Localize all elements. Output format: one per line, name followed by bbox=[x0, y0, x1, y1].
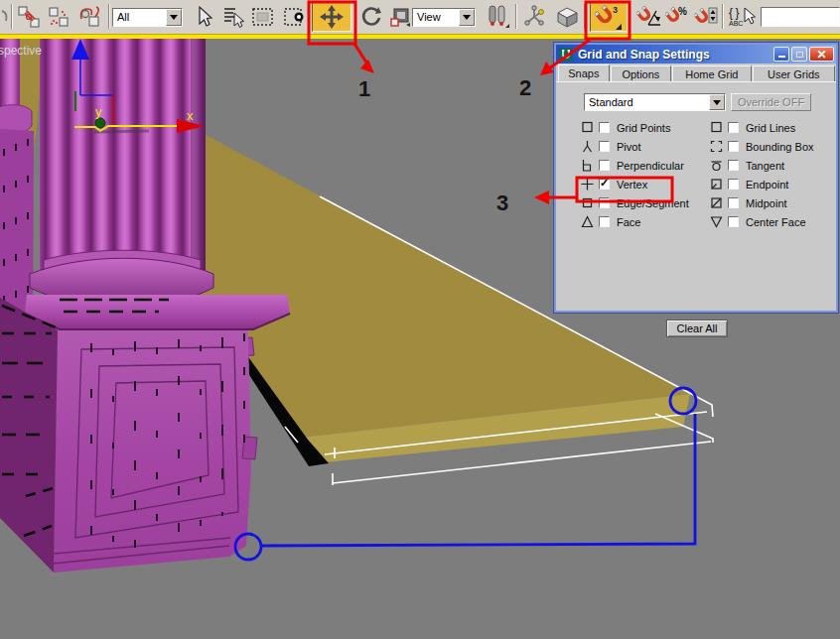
select-and-link-button[interactable] bbox=[15, 3, 42, 31]
tangent-checkbox[interactable] bbox=[728, 160, 739, 171]
chevron-down-icon bbox=[463, 15, 471, 20]
snap-options-right-column: Grid Lines Bounding Box Tangent Endpoint bbox=[709, 118, 814, 231]
clear-all-button[interactable]: Clear All bbox=[666, 320, 728, 337]
angle-snap-toggle-button[interactable] bbox=[635, 3, 663, 31]
center-face-checkbox[interactable] bbox=[728, 216, 739, 227]
dialog-tab-strip: Snaps Options Home Grid User Grids bbox=[556, 64, 836, 81]
tangent-icon bbox=[709, 159, 724, 172]
select-and-rotate-button[interactable] bbox=[357, 3, 384, 31]
window-crossing-toggle-button[interactable] bbox=[280, 3, 308, 31]
snap-option-label: Grid Lines bbox=[746, 122, 795, 134]
select-object-button[interactable] bbox=[192, 3, 216, 31]
spinner-snap-toggle-button[interactable] bbox=[693, 3, 720, 31]
snap-option-label: Face bbox=[617, 216, 640, 228]
space-warp-icon bbox=[77, 5, 103, 29]
maximize-button[interactable] bbox=[791, 47, 807, 62]
svg-text:%: % bbox=[678, 6, 687, 17]
link-chain-icon bbox=[17, 5, 41, 29]
face-icon bbox=[580, 215, 595, 228]
snap-row-perpendicular: Perpendicular bbox=[580, 156, 689, 175]
edge-segment-checkbox[interactable] bbox=[599, 197, 610, 208]
named-selection-sets-button[interactable]: { } ABC bbox=[726, 3, 758, 31]
snap-preset-value: Standard bbox=[585, 94, 709, 110]
grid-points-icon bbox=[580, 121, 595, 134]
select-by-name-button[interactable] bbox=[219, 3, 246, 31]
magnet-angle-icon bbox=[636, 4, 662, 30]
maximize-icon bbox=[796, 52, 803, 58]
vertex-checkbox[interactable] bbox=[599, 179, 610, 190]
cube-icon bbox=[553, 4, 581, 30]
cursor-arrow-icon bbox=[194, 5, 215, 29]
perpendicular-checkbox[interactable] bbox=[599, 160, 610, 171]
select-and-scale-button[interactable] bbox=[387, 3, 412, 31]
snap-option-label: Tangent bbox=[746, 160, 784, 172]
snapshot-cube-button[interactable] bbox=[552, 3, 582, 31]
magnet-spinner-icon bbox=[694, 4, 719, 30]
grid-lines-icon bbox=[709, 121, 724, 134]
partial-icon bbox=[0, 3, 10, 31]
viewport-label[interactable]: spective bbox=[0, 44, 42, 58]
snap-row-midpoint: Midpoint bbox=[709, 193, 814, 212]
svg-text:{ }: { } bbox=[729, 6, 739, 20]
dropdown-arrow-button[interactable] bbox=[166, 9, 182, 26]
vertex-icon bbox=[580, 178, 595, 191]
named-selection-input[interactable] bbox=[761, 7, 840, 27]
reference-coordinate-dropdown[interactable]: View bbox=[412, 8, 476, 27]
snap-option-label: Endpoint bbox=[746, 179, 788, 191]
chevron-down-icon bbox=[713, 100, 721, 105]
midpoint-icon bbox=[709, 196, 724, 209]
use-center-pills-icon bbox=[486, 4, 509, 30]
use-center-flyout-button[interactable] bbox=[484, 3, 510, 31]
snap-toggle-button[interactable]: 3 bbox=[590, 2, 628, 32]
rectangular-selection-region-button[interactable] bbox=[248, 3, 276, 31]
bounding-box-checkbox[interactable] bbox=[728, 141, 739, 152]
dropdown-arrow-button[interactable] bbox=[459, 9, 475, 26]
snap-row-vertex: Vertex bbox=[580, 175, 689, 193]
perpendicular-icon bbox=[580, 159, 595, 172]
separator bbox=[584, 4, 586, 29]
endpoint-checkbox[interactable] bbox=[728, 179, 739, 190]
snap-row-face: Face bbox=[580, 212, 689, 231]
select-and-move-button[interactable] bbox=[312, 2, 351, 32]
pedestal-object[interactable] bbox=[0, 295, 290, 573]
select-and-manipulate-button[interactable] bbox=[522, 3, 547, 31]
tab-user-grids[interactable]: User Grids bbox=[753, 65, 835, 81]
tab-snaps[interactable]: Snaps bbox=[558, 64, 610, 82]
magnet-3d-snap-icon: 3 bbox=[595, 4, 623, 31]
main-toolbar: All bbox=[0, 0, 840, 34]
close-button[interactable]: ✕ bbox=[809, 47, 834, 62]
face-checkbox[interactable] bbox=[599, 216, 610, 227]
dialog-magnet-icon bbox=[559, 48, 573, 62]
midpoint-checkbox[interactable] bbox=[728, 197, 739, 208]
tab-options[interactable]: Options bbox=[611, 65, 672, 81]
separator bbox=[11, 4, 13, 29]
dialog-titlebar[interactable]: Grid and Snap Settings ✕ bbox=[556, 45, 836, 64]
dropdown-arrow-button[interactable] bbox=[709, 94, 725, 110]
percent-snap-toggle-button[interactable]: % bbox=[664, 3, 691, 31]
snap-option-label: Bounding Box bbox=[746, 141, 814, 153]
dialog-title: Grid and Snap Settings bbox=[578, 48, 771, 62]
snap-row-edge-segment: Edge/Segment bbox=[580, 193, 689, 212]
grid-lines-checkbox[interactable] bbox=[728, 122, 739, 133]
chevron-down-icon bbox=[170, 15, 178, 20]
edge-segment-icon bbox=[580, 196, 595, 209]
selection-filter-dropdown[interactable]: All bbox=[112, 8, 183, 27]
grid-points-checkbox[interactable] bbox=[599, 122, 610, 133]
unlink-selection-button[interactable] bbox=[45, 3, 71, 31]
manipulate-jack-icon bbox=[523, 5, 546, 29]
magnet-percent-icon: % bbox=[665, 4, 690, 30]
snap-mode-badge: 3 bbox=[613, 5, 618, 15]
tab-home-grid[interactable]: Home Grid bbox=[672, 65, 751, 81]
column-object[interactable] bbox=[30, 39, 213, 308]
override-off-button[interactable]: Override OFF bbox=[731, 93, 811, 111]
toolbar-highlight-strip bbox=[0, 34, 840, 39]
gizmo-y-axis-handle[interactable] bbox=[95, 118, 105, 128]
snap-option-label: Vertex bbox=[617, 179, 647, 191]
snap-preset-dropdown[interactable]: Standard bbox=[584, 93, 726, 111]
minimize-button[interactable] bbox=[773, 47, 789, 62]
separator bbox=[108, 4, 110, 29]
endpoint-icon bbox=[709, 178, 724, 191]
bind-to-space-warp-button[interactable] bbox=[75, 3, 104, 31]
rotate-circular-arrow-icon bbox=[359, 5, 383, 29]
pivot-checkbox[interactable] bbox=[599, 141, 610, 152]
